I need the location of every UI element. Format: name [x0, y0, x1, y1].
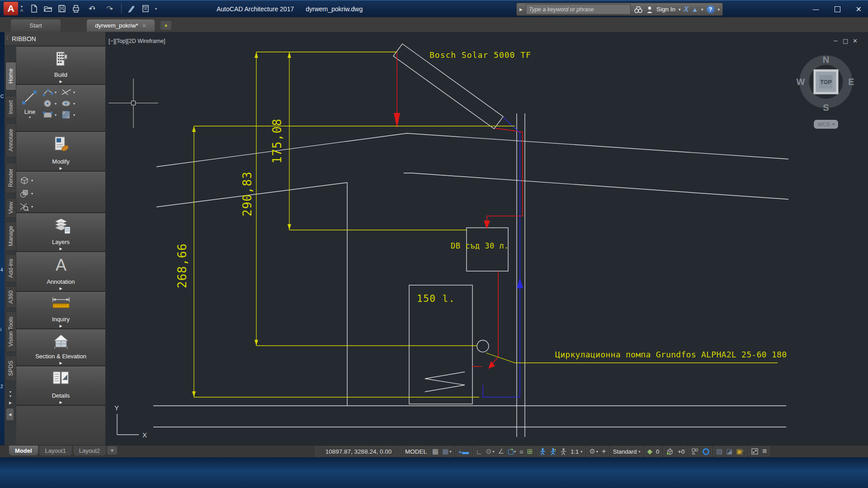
- minimize-button[interactable]: —: [813, 5, 819, 13]
- hardware-acceleration-icon[interactable]: [703, 448, 709, 455]
- line-dropdown-icon[interactable]: ▾: [18, 115, 42, 119]
- dropdown-icon[interactable]: ▾: [514, 450, 516, 454]
- dropdown-icon[interactable]: ▾: [55, 90, 57, 94]
- circle-tool-button[interactable]: ▾: [42, 99, 57, 108]
- undo-dropdown-icon[interactable]: ▾: [93, 7, 95, 11]
- snap-mode-icon[interactable]: +▬: [458, 448, 469, 455]
- close-button[interactable]: ✕: [856, 5, 862, 14]
- model-space-badge[interactable]: MODEL: [403, 446, 429, 456]
- infocenter-collapse-icon[interactable]: ▶: [519, 7, 523, 12]
- sign-in-dropdown-icon[interactable]: ▾: [679, 7, 681, 12]
- shapes-tool-button[interactable]: ▾: [19, 189, 33, 198]
- ribbon-tab-addins[interactable]: Add-ins: [5, 254, 16, 282]
- line-tool-button[interactable]: Line ▾: [18, 88, 42, 119]
- panel-flyout-icon[interactable]: ▶: [16, 361, 105, 365]
- isolate-objects-icon[interactable]: ▣✓: [736, 447, 745, 455]
- a360-dropdown-icon[interactable]: ▾: [701, 7, 703, 12]
- qat-customize-dropdown[interactable]: ▾: [154, 3, 160, 14]
- ribbon-tab-view[interactable]: View: [5, 198, 16, 218]
- quick-properties-icon[interactable]: [691, 448, 699, 455]
- dropdown-icon[interactable]: ▾: [31, 192, 33, 196]
- annotation-scale-icon[interactable]: [560, 448, 567, 455]
- collapse-palette-button[interactable]: ◀: [6, 408, 14, 420]
- ortho-mode-icon[interactable]: ∟: [476, 448, 482, 455]
- sign-in-button[interactable]: Sign In: [656, 6, 675, 13]
- ribbon-panel-section[interactable]: Section & Elevation ▶: [16, 329, 105, 366]
- dropdown-icon[interactable]: ▾: [31, 178, 33, 183]
- viewcube-west[interactable]: W: [797, 77, 805, 87]
- tab-model[interactable]: Model: [9, 446, 38, 455]
- viewcube-east[interactable]: E: [848, 77, 854, 87]
- ribbon-panel-layers[interactable]: Layers ▶: [16, 213, 105, 252]
- ribbon-tab-manage[interactable]: Manage: [5, 221, 16, 251]
- ribbon-panel-viewtools[interactable]: ▾ ▾ ▾: [16, 172, 105, 213]
- zoom-extents-tool-button[interactable]: ▾: [19, 202, 33, 211]
- autocad-logo-button[interactable]: A: [4, 2, 18, 15]
- viewport-controls[interactable]: [−][Top][2D Wireframe]: [108, 38, 165, 44]
- snap-grid-icon[interactable]: ▦▾: [442, 447, 451, 455]
- dropdown-icon[interactable]: ▾: [55, 113, 57, 117]
- ribbon-panel-inquiry[interactable]: Inquiry ▶: [16, 292, 105, 329]
- new-layout-button[interactable]: +: [107, 446, 117, 455]
- xline-tool-button[interactable]: ▾: [61, 88, 75, 96]
- transparency-icon[interactable]: ◪: [726, 447, 732, 455]
- arc-tool-button[interactable]: ▾: [42, 88, 57, 96]
- ribbon-panel-details[interactable]: Details ▶: [16, 366, 105, 406]
- ellipse-tool-button[interactable]: ▾: [61, 99, 75, 108]
- exchange-apps-icon[interactable]: X: [684, 5, 689, 14]
- search-binoculars-icon[interactable]: [634, 5, 643, 14]
- ribbon-tab-home[interactable]: Home: [5, 62, 16, 90]
- dropdown-icon[interactable]: ▾: [580, 450, 582, 454]
- tab-close-icon[interactable]: ✕: [142, 23, 146, 29]
- dropdown-icon[interactable]: ▾: [73, 102, 75, 106]
- ribbon-tab-a360[interactable]: A360: [5, 286, 16, 308]
- tab-strip-overflow[interactable]: ▾▾ ▶ ◀: [5, 390, 15, 420]
- tab-layout1[interactable]: Layout1: [39, 446, 72, 455]
- tab-drawing[interactable]: dyrwem_pokriw* ✕: [87, 19, 155, 32]
- maximize-button[interactable]: [835, 6, 840, 12]
- dropdown-icon[interactable]: ▾: [449, 450, 451, 454]
- panel-flyout-icon[interactable]: ▶: [16, 166, 105, 170]
- autoscale-annotation-icon[interactable]: [550, 448, 557, 455]
- ribbon-panel-draw[interactable]: Line ▾ ▾ ▾ ▾ ▾: [16, 85, 105, 132]
- help-dropdown-icon[interactable]: ▾: [718, 7, 720, 12]
- panel-flyout-icon[interactable]: ▶: [16, 324, 105, 328]
- dropdown-icon[interactable]: ▾: [639, 450, 641, 454]
- ribbon-tab-render[interactable]: Render: [5, 163, 16, 193]
- dropdown-icon[interactable]: ▾: [596, 450, 598, 454]
- save-button[interactable]: [56, 3, 68, 14]
- annotation-visibility-icon[interactable]: [539, 448, 546, 455]
- settings-gear-icon[interactable]: ⚙▾: [589, 447, 598, 455]
- viewcube-south[interactable]: S: [823, 103, 829, 113]
- undo-button[interactable]: ↶▾: [84, 3, 99, 14]
- rectangle-tool-button[interactable]: ▾: [42, 111, 57, 119]
- ribbon-panel-modify[interactable]: Modify ▶: [16, 132, 105, 172]
- ribbon-panel-annotation[interactable]: A Annotation ▶: [16, 252, 105, 292]
- dropdown-icon[interactable]: ▾: [492, 450, 494, 454]
- clean-screen-icon[interactable]: [751, 448, 759, 455]
- viewport-minimize-button[interactable]: −: [833, 38, 838, 44]
- box-3d-tool-button[interactable]: ▾: [19, 176, 33, 185]
- tab-layout2[interactable]: Layout2: [73, 446, 106, 455]
- workspace-button[interactable]: [126, 3, 137, 14]
- panel-flyout-icon[interactable]: ▶: [16, 247, 105, 251]
- polar-tracking-icon[interactable]: ⊙▾: [486, 447, 495, 455]
- lineweight-icon[interactable]: ≡: [519, 448, 524, 455]
- object-snap-icon[interactable]: ▢●▾: [508, 447, 516, 455]
- tab-start[interactable]: Start: [11, 19, 61, 32]
- new-file-button[interactable]: [28, 3, 40, 14]
- arrow-right-icon[interactable]: ▶: [5, 401, 15, 405]
- chevron-down-icon[interactable]: ▾▾: [5, 390, 15, 398]
- hatch-background-icon[interactable]: ▨: [716, 447, 722, 455]
- ribbon-tab-vision-tools[interactable]: Vision Tools: [5, 311, 16, 352]
- dropdown-icon[interactable]: ▾: [73, 113, 75, 117]
- search-input[interactable]: [526, 4, 631, 14]
- dropdown-icon[interactable]: ▾: [55, 102, 57, 106]
- a360-icon[interactable]: ▲: [692, 6, 698, 13]
- ribbon-tab-insert[interactable]: Insert: [5, 96, 16, 118]
- new-drawing-tab-button[interactable]: +: [160, 21, 171, 30]
- snap-tracking-icon[interactable]: ⊞: [527, 447, 533, 455]
- plus-icon[interactable]: +: [602, 447, 606, 456]
- layer-status-icon[interactable]: ◆: [647, 447, 653, 455]
- ribbon-tab-spds[interactable]: SPDS: [5, 356, 16, 381]
